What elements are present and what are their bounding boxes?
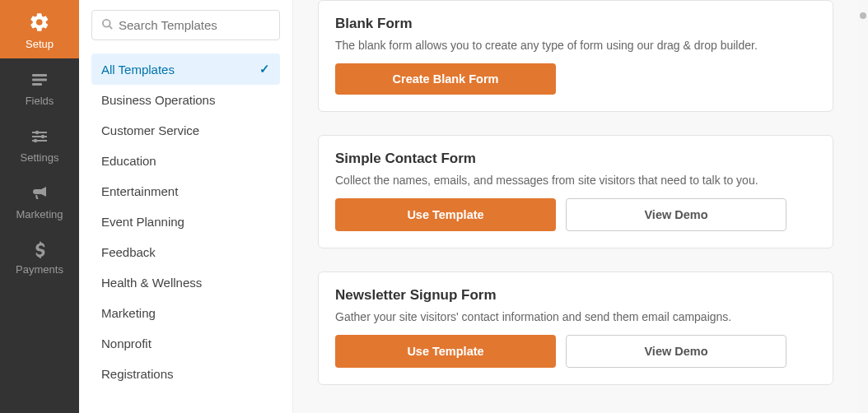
search-wrap [91, 10, 280, 40]
category-all-templates[interactable]: All Templates ✓ [91, 53, 280, 85]
template-card-simple-contact: Simple Contact Form Collect the names, e… [318, 135, 833, 248]
svg-point-6 [41, 135, 44, 138]
category-marketing[interactable]: Marketing [91, 298, 280, 328]
template-title: Simple Contact Form [335, 151, 816, 167]
category-label: Customer Service [101, 123, 199, 137]
svg-point-8 [34, 139, 37, 142]
category-health-wellness[interactable]: Health & Wellness [91, 267, 280, 298]
main-nav: Setup Fields Settings Marketing Payments [0, 0, 79, 413]
template-title: Blank Form [335, 16, 816, 32]
category-event-planning[interactable]: Event Planning [91, 206, 280, 237]
nav-item-settings[interactable]: Settings [0, 115, 79, 172]
template-content: Blank Form The blank form allows you to … [293, 0, 858, 413]
category-entertainment[interactable]: Entertainment [91, 176, 280, 206]
category-nonprofit[interactable]: Nonprofit [91, 328, 280, 359]
nav-label: Payments [16, 263, 63, 276]
nav-item-marketing[interactable]: Marketing [0, 172, 79, 229]
svg-rect-1 [32, 79, 47, 81]
category-label: Entertainment [101, 184, 178, 198]
svg-point-9 [103, 19, 110, 26]
category-label: Health & Wellness [101, 276, 202, 290]
search-input[interactable] [91, 10, 280, 40]
category-panel: All Templates ✓ Business Operations Cust… [79, 0, 293, 413]
button-row: Create Blank Form [335, 63, 816, 95]
bullhorn-icon [30, 183, 49, 203]
svg-rect-2 [32, 83, 42, 86]
category-label: Marketing [101, 306, 156, 320]
category-education[interactable]: Education [91, 146, 280, 176]
nav-label: Setup [26, 38, 54, 50]
template-title: Newsletter Signup Form [335, 287, 816, 304]
template-card-newsletter: Newsletter Signup Form Gather your site … [318, 271, 833, 385]
svg-point-4 [35, 131, 39, 134]
search-icon [101, 18, 114, 33]
list-icon [30, 70, 49, 90]
category-registrations[interactable]: Registrations [91, 359, 280, 389]
category-label: All Templates [101, 63, 175, 77]
button-row: Use Template View Demo [335, 335, 816, 368]
category-label: Feedback [101, 245, 156, 259]
nav-label: Settings [21, 151, 59, 164]
category-label: Event Planning [101, 215, 184, 229]
category-list: All Templates ✓ Business Operations Cust… [91, 53, 280, 389]
template-card-blank-form: Blank Form The blank form allows you to … [318, 0, 833, 112]
check-icon: ✓ [259, 62, 270, 77]
dollar-icon [30, 240, 49, 258]
category-label: Education [101, 154, 156, 168]
nav-label: Fields [26, 95, 54, 107]
nav-item-setup[interactable]: Setup [0, 0, 79, 58]
template-desc: Gather your site visitors' contact infor… [335, 310, 816, 323]
nav-item-payments[interactable]: Payments [0, 229, 79, 284]
nav-item-fields[interactable]: Fields [0, 58, 79, 115]
svg-rect-5 [32, 136, 47, 137]
sliders-icon [30, 127, 49, 146]
view-demo-button[interactable]: View Demo [566, 198, 786, 231]
scroll-thumb-icon [860, 12, 866, 19]
category-feedback[interactable]: Feedback [91, 237, 280, 267]
gear-icon [29, 12, 50, 33]
svg-rect-0 [32, 74, 47, 77]
nav-label: Marketing [16, 208, 63, 220]
category-customer-service[interactable]: Customer Service [91, 115, 280, 146]
create-blank-form-button[interactable]: Create Blank Form [335, 63, 556, 95]
svg-rect-3 [32, 132, 47, 133]
category-label: Business Operations [101, 93, 215, 107]
button-row: Use Template View Demo [335, 198, 816, 231]
template-desc: Collect the names, emails, and messages … [335, 174, 816, 187]
outer-scrollbar[interactable] [858, 0, 868, 413]
use-template-button[interactable]: Use Template [335, 335, 556, 368]
category-business-operations[interactable]: Business Operations [91, 85, 280, 115]
template-desc: The blank form allows you to create any … [335, 39, 816, 52]
view-demo-button[interactable]: View Demo [566, 335, 786, 368]
category-label: Nonprofit [101, 336, 152, 350]
category-label: Registrations [101, 367, 174, 381]
svg-line-10 [109, 26, 112, 29]
use-template-button[interactable]: Use Template [335, 198, 556, 231]
